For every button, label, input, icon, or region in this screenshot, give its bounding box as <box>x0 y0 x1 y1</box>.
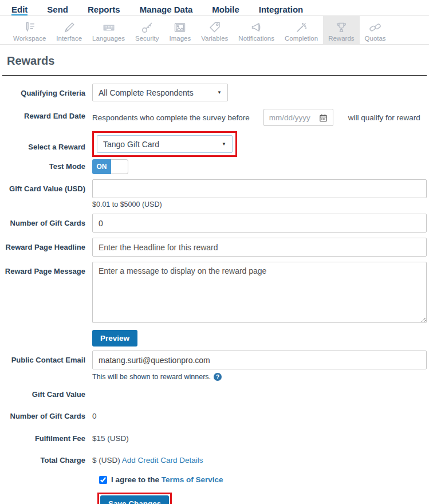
toolbar-label: Completion <box>285 35 318 42</box>
number-of-gift-cards-label: Number of Gift Cards <box>0 214 92 228</box>
test-mode-toggle[interactable]: ON <box>92 159 128 174</box>
toolbar-item-notifications[interactable]: Notifications <box>233 16 280 44</box>
top-nav: Edit Send Reports Manage Data Mobile Int… <box>0 0 429 16</box>
toolbar-item-completion[interactable]: Completion <box>280 16 323 44</box>
public-contact-email-input[interactable] <box>92 351 427 369</box>
toolbar-item-rewards[interactable]: Rewards <box>323 16 359 44</box>
reward-end-date-input[interactable]: mm/dd/yyyy <box>263 109 333 126</box>
reward-end-date-label: Reward End Date <box>0 107 92 121</box>
total-charge-value: $ (USD) <box>92 456 120 464</box>
reward-page-message-textarea[interactable] <box>92 262 427 323</box>
qualifying-criteria-row: Qualifying Criteria All Complete Respond… <box>0 84 429 101</box>
languages-icon <box>102 19 116 34</box>
completion-icon <box>294 19 308 34</box>
toolbar-item-languages[interactable]: Languages <box>87 16 130 44</box>
select-reward-select[interactable]: Tango Gift Card ▼ <box>97 135 233 153</box>
toolbar-item-interface[interactable]: Interface <box>51 16 87 44</box>
reward-page-message-label: Reward Page Message <box>0 262 92 276</box>
gift-card-value-label: Gift Card Value (USD) <box>0 179 92 194</box>
rewards-icon <box>334 19 348 34</box>
toggle-on-label: ON <box>92 159 111 174</box>
terms-of-service-link[interactable]: Terms of Service <box>162 475 223 484</box>
select-reward-row: Select a Reward Tango Gift Card ▼ <box>0 131 429 157</box>
reward-page-headline-row: Reward Page Headline <box>0 238 429 257</box>
total-charge-row: Total Charge $ (USD) Add Credit Card Det… <box>0 456 429 465</box>
nav-edit[interactable]: Edit <box>11 5 27 15</box>
title-divider <box>2 75 427 76</box>
chevron-down-icon: ▼ <box>222 141 226 147</box>
toolbar-label: Images <box>170 35 191 42</box>
toolbar-label: Quotas <box>365 35 386 42</box>
reward-end-date-suffix: will qualify for reward <box>348 113 420 122</box>
qualifying-criteria-select[interactable]: All Complete Respondents ▼ <box>92 84 228 101</box>
page-title: Rewards <box>7 54 429 68</box>
summary-number-of-gift-cards-label: Number of Gift Cards <box>0 412 92 421</box>
test-mode-label: Test Mode <box>0 159 92 171</box>
nav-manage-data[interactable]: Manage Data <box>140 5 193 15</box>
toolbar-item-workspace[interactable]: Workspace <box>8 16 51 44</box>
select-reward-value: Tango Gift Card <box>103 140 159 149</box>
chevron-down-icon: ▼ <box>217 90 222 95</box>
toolbar-label: Languages <box>92 35 125 42</box>
toolbar-label: Rewards <box>328 35 354 42</box>
notifications-icon <box>250 19 263 34</box>
public-contact-email-helper: This will be shown to reward winners. <box>92 373 211 381</box>
agreement-row: I agree to the Terms of Service <box>99 475 429 484</box>
summary-number-of-gift-cards: 0 <box>92 412 97 421</box>
summary-gift-card-value-row: Gift Card Value <box>0 390 429 399</box>
edit-toolbar: Workspace Interface Languages <box>0 16 429 45</box>
qualifying-criteria-value: All Complete Respondents <box>99 88 194 97</box>
gift-card-value-input[interactable] <box>92 179 427 198</box>
public-contact-email-label: Public Contact Email <box>0 351 92 365</box>
nav-reports[interactable]: Reports <box>88 5 120 15</box>
quotas-icon <box>368 19 382 34</box>
reward-page-headline-label: Reward Page Headline <box>0 238 92 252</box>
agreement-text: I agree to the <box>111 475 159 484</box>
interface-icon <box>62 19 76 34</box>
toolbar-item-quotas[interactable]: Quotas <box>360 16 391 44</box>
toolbar-item-images[interactable]: Images <box>164 16 196 44</box>
toolbar-label: Security <box>135 35 159 42</box>
nav-send[interactable]: Send <box>47 5 68 15</box>
nav-integration[interactable]: Integration <box>259 5 304 15</box>
select-reward-label: Select a Reward <box>0 131 92 152</box>
calendar-icon[interactable] <box>319 113 328 122</box>
add-credit-card-link[interactable]: Add Credit Card Details <box>122 456 203 464</box>
annotation-highlight-select-reward: Tango Gift Card ▼ <box>92 131 237 157</box>
toolbar-label: Variables <box>201 35 228 42</box>
number-of-gift-cards-input[interactable] <box>92 214 427 233</box>
reward-end-date-row: Reward End Date Respondents who complete… <box>0 107 429 126</box>
reward-page-message-row: Reward Page Message Preview <box>0 262 429 346</box>
toolbar-item-variables[interactable]: Variables <box>196 16 233 44</box>
reward-page-headline-input[interactable] <box>92 238 427 257</box>
terms-checkbox[interactable] <box>99 476 107 484</box>
reward-end-date-prefix: Respondents who complete the survey befo… <box>92 113 250 122</box>
help-icon[interactable]: ? <box>214 373 222 381</box>
toolbar-label: Workspace <box>13 35 46 42</box>
toolbar-label: Interface <box>56 35 82 42</box>
toggle-knob <box>111 159 128 174</box>
qualifying-criteria-label: Qualifying Criteria <box>0 84 92 98</box>
fulfilment-fee-row: Fulfilment Fee $15 (USD) <box>0 434 429 443</box>
security-icon <box>140 19 154 34</box>
date-placeholder: mm/dd/yyyy <box>269 113 310 122</box>
images-icon <box>173 19 187 34</box>
gift-card-value-row: Gift Card Value (USD) $0.01 to $5000 (US… <box>0 179 429 208</box>
total-charge-label: Total Charge <box>0 456 92 465</box>
number-of-gift-cards-row: Number of Gift Cards <box>0 214 429 233</box>
test-mode-row: Test Mode ON <box>0 159 429 174</box>
summary-gift-card-value-label: Gift Card Value <box>0 390 92 399</box>
fulfilment-fee-label: Fulfilment Fee <box>0 434 92 443</box>
fulfilment-fee-value: $15 (USD) <box>92 434 129 443</box>
toolbar-label: Notifications <box>238 35 274 42</box>
public-contact-email-row: Public Contact Email This will be shown … <box>0 351 429 381</box>
rewards-form: Qualifying Criteria All Complete Respond… <box>0 84 429 504</box>
variables-icon <box>208 19 222 34</box>
annotation-highlight-save: Save Changes <box>97 493 172 504</box>
summary-number-of-gift-cards-row: Number of Gift Cards 0 <box>0 412 429 421</box>
preview-button[interactable]: Preview <box>92 330 137 346</box>
gift-card-value-helper: $0.01 to $5000 (USD) <box>92 200 427 208</box>
toolbar-item-security[interactable]: Security <box>130 16 164 44</box>
save-changes-button[interactable]: Save Changes <box>100 495 169 504</box>
nav-mobile[interactable]: Mobile <box>212 5 239 15</box>
